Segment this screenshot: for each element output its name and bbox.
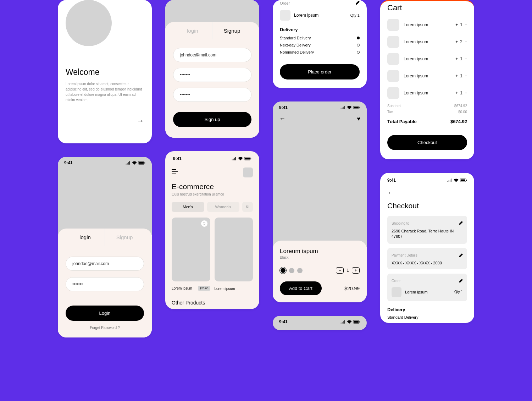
tab-signup[interactable]: Signup xyxy=(105,229,144,246)
product-image[interactable] xyxy=(215,218,253,281)
qty-minus-button[interactable]: − xyxy=(336,267,344,274)
qty-minus-button[interactable]: − xyxy=(465,56,467,61)
cart-item: Lorem ipsum+2− xyxy=(387,36,467,48)
password-field[interactable] xyxy=(173,68,251,82)
svg-rect-7 xyxy=(354,107,359,109)
qty-minus-button[interactable]: − xyxy=(465,73,467,78)
svg-rect-4 xyxy=(245,158,250,160)
svg-rect-5 xyxy=(251,158,251,159)
qty-value: 1 xyxy=(460,73,462,78)
edit-icon[interactable] xyxy=(459,252,463,259)
add-to-cart-button[interactable]: Add to Cart xyxy=(280,281,322,295)
welcome-title: Welcome xyxy=(66,67,144,77)
product-name: Lorem ipsum xyxy=(172,286,192,290)
delivery-option[interactable]: Next-day Delivery xyxy=(280,43,311,47)
qty-plus-button[interactable]: + xyxy=(455,39,458,44)
auth-tabs: login Signup xyxy=(173,22,251,39)
qty-plus-button[interactable]: + xyxy=(455,56,458,61)
color-swatch-gray[interactable] xyxy=(289,268,294,273)
menu-icon[interactable] xyxy=(172,169,178,176)
tax-value: $0.00 xyxy=(458,110,467,114)
confirm-password-field[interactable] xyxy=(173,88,251,102)
svg-rect-1 xyxy=(139,162,144,164)
status-bar: 9:41 xyxy=(273,316,367,326)
login-screen: 9:41 login Signup Login Forget Password … xyxy=(58,157,152,337)
cart-item: Lorem ipsum+1− xyxy=(387,19,467,31)
cart-screen: Cart Lorem ipsum+1−Lorem ipsum+2−Lorem i… xyxy=(380,0,474,159)
cart-item: Lorem ipsum+1− xyxy=(387,53,467,65)
heart-icon[interactable]: ♥ xyxy=(357,116,361,122)
qty-plus-button[interactable]: + xyxy=(455,90,458,95)
order-item-name: Lorem ipsum xyxy=(405,290,428,294)
delivery-option[interactable]: Standard Delivery xyxy=(280,36,311,40)
svg-rect-8 xyxy=(360,107,360,108)
qty-plus-button[interactable]: + xyxy=(455,73,458,78)
color-swatch-gray2[interactable] xyxy=(297,268,303,273)
other-products-title: Other Products xyxy=(172,300,253,306)
item-name: Lorem ipsum xyxy=(404,73,428,78)
item-thumb xyxy=(387,53,399,65)
qty-plus-button[interactable]: + xyxy=(352,267,360,274)
signup-screen: login Signup Sign up xyxy=(165,0,259,138)
product-image[interactable] xyxy=(172,218,210,281)
tax-label: Tax xyxy=(387,110,393,114)
payment-label: Payment Details xyxy=(392,253,417,257)
login-button[interactable]: Login xyxy=(66,306,144,321)
edit-icon[interactable] xyxy=(459,278,463,284)
email-field[interactable] xyxy=(173,48,251,62)
order-item-name: Lorem ipsum xyxy=(294,13,318,18)
qty-minus-button[interactable]: − xyxy=(465,39,467,44)
back-arrow-icon[interactable]: ← xyxy=(279,115,286,122)
order-thumb xyxy=(280,10,290,21)
place-order-button[interactable]: Place order xyxy=(280,64,360,79)
page-title: E-commerce xyxy=(172,182,253,191)
chip-womens[interactable]: Women's xyxy=(207,202,240,212)
chip-kids[interactable]: Ki xyxy=(242,202,253,212)
signup-button[interactable]: Sign up xyxy=(173,112,251,127)
checkout-screen: 9:41 ← Checkout Shipping to 2690 Charack… xyxy=(380,173,474,323)
color-swatch-black[interactable] xyxy=(280,267,286,274)
shipping-card: Shipping to 2690 Charack Road, Terre Hau… xyxy=(387,216,467,244)
back-arrow-icon[interactable]: ← xyxy=(387,189,467,197)
item-thumb xyxy=(387,36,399,48)
password-field[interactable] xyxy=(66,277,144,291)
heart-icon[interactable]: ♡ xyxy=(201,220,207,227)
qty-value: 1 xyxy=(460,90,462,95)
qty-value: 1 xyxy=(347,268,349,273)
status-bar: 9:41 xyxy=(273,101,367,111)
tab-login[interactable]: login xyxy=(173,22,212,39)
checkout-button[interactable]: Checkout xyxy=(387,135,467,150)
tab-login[interactable]: login xyxy=(66,229,105,246)
edit-icon[interactable] xyxy=(459,220,463,226)
svg-rect-2 xyxy=(145,162,145,163)
edit-icon[interactable] xyxy=(355,0,360,6)
chip-mens[interactable]: Men's xyxy=(172,202,204,212)
radio-icon[interactable] xyxy=(357,44,360,46)
qty-plus-button[interactable]: + xyxy=(455,22,458,27)
product-color: Black xyxy=(280,256,360,259)
delivery-title: Delivery xyxy=(280,27,360,32)
qty-value: 2 xyxy=(460,39,462,44)
tab-signup[interactable]: Signup xyxy=(212,22,251,39)
radio-icon[interactable] xyxy=(357,51,360,54)
radio-icon[interactable] xyxy=(357,37,360,39)
delivery-option[interactable]: Nominated Delivery xyxy=(280,50,314,54)
qty-minus-button[interactable]: − xyxy=(465,22,467,27)
ecommerce-home: 9:41 E-commerce Quis nostrud exercitatio… xyxy=(165,151,259,309)
subtotal-value: $674.92 xyxy=(454,104,467,108)
product-name: Loreum ispum xyxy=(280,248,360,255)
avatar-placeholder xyxy=(66,0,112,46)
item-name: Lorem ipsum xyxy=(404,22,428,27)
forgot-password-link[interactable]: Forget Password ? xyxy=(66,326,144,330)
category-chips: Men's Women's Ki xyxy=(172,202,253,212)
avatar[interactable] xyxy=(243,167,253,177)
email-field[interactable] xyxy=(66,257,144,271)
status-bar: 9:41 xyxy=(172,151,253,163)
qty-minus-button[interactable]: − xyxy=(465,90,467,95)
total-label: Total Payable xyxy=(387,119,417,124)
delivery-option[interactable]: Standard Delivery xyxy=(387,315,467,319)
qty-value: 1 xyxy=(460,22,462,27)
product-price: $20.00 xyxy=(198,286,210,291)
item-name: Lorem ipsum xyxy=(404,90,428,95)
arrow-right-icon[interactable]: → xyxy=(137,117,144,125)
